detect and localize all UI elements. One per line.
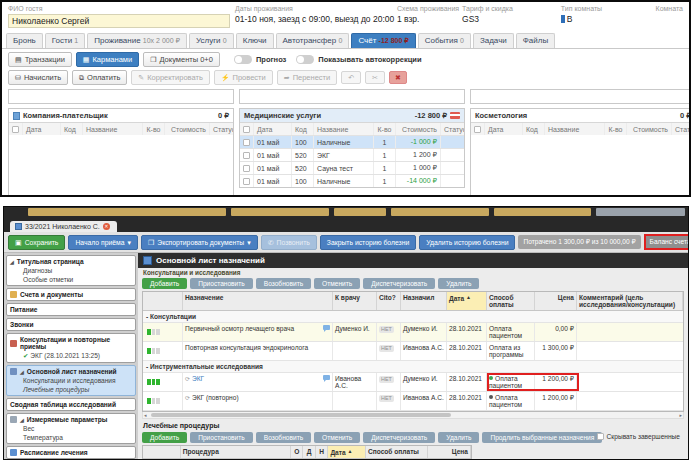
document-icon: ❐ [150, 56, 156, 63]
history-tab-icon [15, 223, 22, 230]
cancel-button[interactable]: Отменить [314, 278, 360, 289]
sidebar-item-schedule[interactable]: Расписание лечения [9, 448, 133, 457]
hide-completed-checkbox[interactable] [597, 433, 604, 440]
med-entry-box[interactable] [239, 89, 465, 104]
service-link[interactable]: ЭКГ [192, 375, 204, 382]
delete-procedure-button[interactable]: Удалить [438, 432, 479, 443]
comment-bubble-icon[interactable] [323, 375, 330, 380]
cosmetology-entry-box[interactable] [470, 89, 691, 104]
payment-status-dot [489, 376, 493, 380]
sidebar-item-consult-research[interactable]: Консультации и исследования [9, 376, 133, 385]
pockets-button[interactable]: ▦Карманами [76, 52, 139, 67]
sidebar-item-ecg[interactable]: ✔ ЭКГ (28.10.2021 13:25) [9, 351, 133, 361]
table-row[interactable]: ⟳ЭКГ Иванова А.С. НЕТ Думенко И. 28.10.2… [143, 373, 683, 392]
horizontal-scrollbar[interactable]: ◂▸ [142, 412, 684, 419]
sidebar-item-accounts[interactable]: Счета и документы [9, 290, 133, 299]
company-entry-box[interactable] [8, 89, 234, 104]
tab-account[interactable]: Счёт -12 800 ₽ [351, 33, 415, 48]
row-checkbox[interactable] [243, 165, 250, 172]
split-button[interactable]: ✂ [365, 71, 385, 84]
row-checkbox[interactable] [243, 152, 250, 159]
documents-button[interactable]: ❐Документы 0+0 [143, 52, 220, 67]
start-appointment-button[interactable]: Начало приёма▾ [68, 235, 138, 250]
delete-transaction-button[interactable]: ✖ [389, 71, 407, 84]
tab-stay[interactable]: Проживание 10x 2 000 ₽ [87, 33, 187, 48]
group-row-instrumental[interactable]: - Инструментальные исследования [143, 361, 683, 373]
sidebar-item-calls[interactable]: Звонки [9, 320, 133, 329]
patient-history-tab[interactable]: 33/2021 Николаенко С. ✕ [10, 221, 117, 232]
undo-button[interactable]: ↶ [341, 71, 361, 84]
emr-sidebar: ◢Титульная страница Диагнозы Особые отме… [4, 253, 138, 460]
guest-name-input[interactable] [8, 14, 230, 28]
table-row[interactable]: 01 май 520 Сауна тест 1 1 000 ₽ [240, 161, 464, 174]
stay-scheme-value[interactable]: 1 взр. [397, 14, 462, 24]
tab-services[interactable]: Услуги 0 [189, 33, 234, 48]
sidebar-item-diagnoses[interactable]: Диагнозы [9, 266, 133, 275]
extend-selected-button[interactable]: Продлить выбранные назначения [482, 432, 602, 443]
stay-dates-value[interactable]: 01-10 ноя, заезд с 09:00, выезд до 20:00 [235, 14, 397, 24]
date-sort-header[interactable]: Дата ▲ [328, 446, 366, 458]
date-sort-header[interactable]: Дата ▲ [447, 292, 487, 310]
procedures-table: Процедура О Д Н Дата ▲ Способ оплаты Цен… [142, 445, 472, 460]
resume-procedure-button[interactable]: Возобновить [256, 432, 311, 443]
save-button[interactable]: ▣Сохранить [8, 235, 65, 250]
sidebar-item-weight[interactable]: Вес [9, 424, 133, 433]
table-row[interactable]: 01 май 100 Наличные 1 -1 000 ₽ [240, 135, 464, 148]
table-row[interactable]: 01 май 100 Наличные 1 -14 000 ₽ [240, 174, 464, 187]
sidebar-item-consultations[interactable]: Консультации и повторные приемы [9, 335, 133, 351]
transactions-button[interactable]: ▤Транзакции [8, 52, 72, 67]
payment-card-icon [450, 112, 460, 119]
row-checkbox[interactable] [243, 139, 250, 146]
table-row[interactable]: ⟳ЭКГ (повторно) НЕТ Иванова А.С. 28.10.2… [143, 392, 683, 411]
tab-keys[interactable]: Ключи [236, 33, 274, 48]
select-all-checkbox[interactable] [474, 126, 481, 133]
tab-events[interactable]: События 0 [418, 33, 471, 48]
table-row[interactable]: 01 май 520 ЭКГ 1 1 200 ₽ [240, 148, 464, 161]
delete-history-button[interactable]: Удалить историю болезни [419, 235, 515, 250]
sidebar-item-nutrition[interactable]: Питание [9, 305, 133, 314]
expander-icon: ◢ [20, 369, 24, 375]
dispatch-procedure-button[interactable]: Диспетчеризовать [363, 432, 435, 443]
cancel-procedure-button[interactable]: Отменить [314, 432, 360, 443]
close-history-button[interactable]: Закрыть историю болезни [320, 235, 416, 250]
pay-button[interactable]: ⧉Оплатить [72, 70, 127, 85]
tab-autotransfer[interactable]: Автотрансфер 0 [276, 33, 350, 48]
autocorrections-toggle[interactable] [296, 55, 314, 64]
export-documents-button[interactable]: ❐Экспортировать документы▾ [141, 235, 258, 250]
transfer-button[interactable]: ➦Перенести [277, 70, 337, 85]
dispatch-button[interactable]: Диспетчеризовать [363, 278, 435, 289]
row-checkbox[interactable] [243, 178, 250, 185]
sidebar-item-measured-params[interactable]: ◢Измеряемые параметры [9, 415, 133, 424]
sidebar-item-summary-table[interactable]: Сводная таблица исследований [9, 400, 133, 409]
room-type-value[interactable]: B [561, 14, 656, 24]
group-row-procedures[interactable]: - Процедуры [143, 459, 471, 460]
comment-bubble-icon[interactable] [323, 325, 330, 330]
tab-files[interactable]: Файлы [516, 33, 555, 48]
group-row-consultations[interactable]: - Консультации [143, 311, 683, 323]
add-procedure-button[interactable]: Добавить [142, 432, 187, 443]
resume-button[interactable]: Возобновить [256, 278, 311, 289]
sidebar-item-temperature[interactable]: Температура [9, 433, 133, 442]
add-button[interactable]: Добавить [142, 278, 187, 289]
select-all-checkbox[interactable] [243, 126, 250, 133]
forecast-toggle[interactable] [234, 55, 252, 64]
tab-guests[interactable]: Гости 1 [45, 33, 86, 48]
tab-tasks[interactable]: Задачи [473, 33, 514, 48]
tab-bron[interactable]: Бронь [6, 33, 43, 48]
table-row[interactable]: Первичный осмотр лечащего врача Думенко … [143, 323, 683, 342]
close-tab-icon[interactable]: ✕ [103, 223, 110, 230]
post-button[interactable]: ⚡Провести [214, 70, 273, 85]
pause-procedure-button[interactable]: Приостановить [190, 432, 253, 443]
sidebar-item-special-marks[interactable]: Особые отметки [9, 275, 133, 284]
table-row[interactable]: Повторная консультация эндокринолога НЕТ… [143, 342, 683, 361]
sidebar-item-main-sheet[interactable]: ◢Основной лист назначений [9, 367, 133, 376]
sidebar-item-procedures[interactable]: Лечебные процедуры [9, 385, 133, 394]
call-button[interactable]: ✆Позвонить [261, 235, 317, 250]
pause-button[interactable]: Приостановить [190, 278, 253, 289]
correct-button[interactable]: ✎Корректировать [131, 70, 210, 85]
accrue-button[interactable]: ⛁Начислить [8, 70, 68, 85]
delete-button[interactable]: Удалить [438, 278, 479, 289]
sidebar-item-title-page[interactable]: ◢Титульная страница [9, 257, 133, 266]
tariff-value[interactable]: GS3 [462, 14, 561, 24]
select-all-checkbox[interactable] [12, 126, 19, 133]
